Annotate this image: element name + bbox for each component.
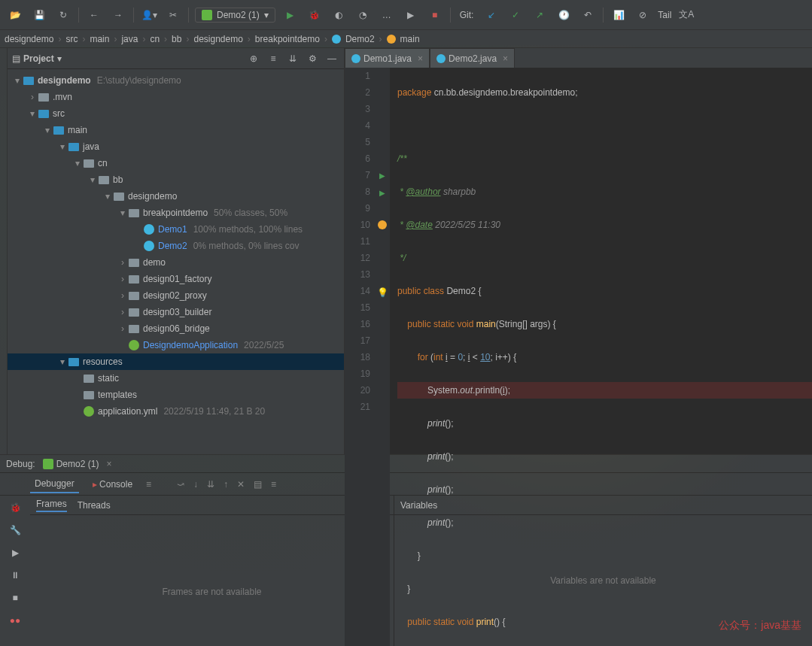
chevron-down-icon[interactable]: ▾ [57,53,62,64]
breadcrumb-item[interactable]: cn [150,34,160,44]
back-icon[interactable]: ← [85,6,103,24]
breadcrumb-item[interactable]: main [400,34,420,44]
java-icon [202,10,212,20]
attach-icon[interactable]: … [378,6,396,24]
breakpoint-icon[interactable] [378,220,387,229]
run-config-selector[interactable]: Demo2 (1) ▾ [195,8,275,23]
layout-icon[interactable]: ≡ [146,479,151,490]
pause-icon[interactable]: ⏸ [8,568,23,583]
tree-meta: E:\study\designdemo [97,75,181,86]
hide-icon[interactable]: — [324,51,339,66]
breadcrumb-bar: designdemo› src› main› java› cn› bb› des… [0,30,812,48]
tree-meta: 100% methods, 100% lines [193,224,303,235]
bulb-icon[interactable]: 💡 [377,287,388,298]
watermark: 公众号：java基基 [719,619,801,632]
git-update-icon[interactable]: ↙ [482,6,500,24]
resume-icon[interactable]: ▶ [8,545,23,560]
chart-icon[interactable]: 📊 [610,6,628,24]
tree-label: design06_bridge [143,323,210,334]
line-numbers: 123456789101112131415161718192021 [345,68,375,646]
stop2-icon[interactable]: ■ [426,6,444,24]
modify-icon[interactable]: 🔧 [8,523,23,538]
debugger-tab[interactable]: Debugger [30,475,79,493]
console-tab[interactable]: ▸ Console [88,476,137,493]
tree-label: DesigndemoApplication [143,340,238,350]
step-over-icon[interactable]: ⤻ [177,479,184,490]
select-opened-icon[interactable]: ⊕ [246,51,261,66]
debug-config[interactable]: Demo2 (1) [43,459,99,469]
project-panel: ▤ Project ▾ ⊕ ≡ ⇊ ⚙ — ▾designdemoE:\stud… [8,48,345,454]
tree-label: demo [143,257,166,268]
project-title: Project [23,53,54,64]
tree-label: Demo1 [158,224,187,235]
run-gutter-icon[interactable]: ▶ [379,171,385,180]
git-revert-icon[interactable]: ↶ [579,6,597,24]
save-icon[interactable]: 💾 [30,6,48,24]
run-gutter-icon[interactable]: ▶ [379,189,385,197]
scissors-icon[interactable]: ✂ [164,6,182,24]
tree-label: src [53,108,65,119]
close-icon[interactable]: × [106,459,111,469]
rerun-icon[interactable]: 🐞 [8,500,23,515]
breadcrumb-item[interactable]: java [121,34,138,44]
tree-label: templates [98,390,137,400]
gutter-icons[interactable]: ▶▶💡 [375,68,390,646]
tab-label: Demo2.java [449,53,497,64]
user-icon[interactable]: 👤▾ [140,6,158,24]
git-history-icon[interactable]: 🕐 [555,6,573,24]
stop-icon[interactable]: ■ [8,590,23,605]
step-into-icon[interactable]: ↓ [193,479,198,490]
step-out-icon[interactable]: ↑ [224,479,228,490]
breadcrumb-item[interactable]: src [65,34,78,44]
tree-label: application.yml [98,406,157,417]
tree-label: bb [113,174,123,185]
debug-icon[interactable]: 🐞 [306,6,324,24]
force-step-icon[interactable]: ⇊ [207,479,214,490]
breadcrumb-item[interactable]: main [90,34,109,44]
editor-tab[interactable]: Demo2.java× [430,48,515,68]
left-gutter [0,48,8,454]
tree-meta: 2022/5/19 11:49, 21 B 20 [163,406,265,417]
eval-icon[interactable]: ▤ [254,479,262,490]
close-icon[interactable]: × [418,53,423,64]
threads-tab[interactable]: Threads [78,500,111,511]
settings-icon[interactable]: ⚙ [305,51,320,66]
tree-label: design03_builder [143,307,211,317]
code-body[interactable]: package cn.bb.designdemo.breakpointdemo;… [390,68,812,646]
view-bp-icon[interactable]: ●● [8,613,23,628]
breadcrumb-item[interactable]: designdemo [5,34,53,44]
forward-icon[interactable]: → [109,6,127,24]
editor-tab[interactable]: Demo1.java× [345,48,430,68]
coverage-icon[interactable]: ◐ [330,6,348,24]
tree-meta: 2022/5/25 [244,340,284,350]
profile-icon[interactable]: ◔ [354,6,372,24]
translate-icon[interactable]: 文A [677,6,695,24]
close-icon[interactable]: × [503,53,508,64]
java-icon [351,54,360,63]
project-tree[interactable]: ▾designdemoE:\study\designdemo ›.mvn ▾sr… [8,69,344,454]
breadcrumb-item[interactable]: Demo2 [345,34,375,44]
stop-icon[interactable]: ▶ [402,6,420,24]
expand-icon[interactable]: ≡ [266,51,281,66]
tree-label: java [83,141,99,152]
editor: Demo1.java× Demo2.java× 1234567891011121… [345,48,812,454]
more-icon[interactable]: ≡ [271,479,276,490]
tree-label: design02_proxy [143,290,207,301]
run-icon[interactable]: ▶ [281,6,300,24]
frames-tab[interactable]: Frames [36,499,67,512]
drop-frame-icon[interactable]: ✕ [237,479,245,490]
tree-label: resources [83,356,123,367]
refresh-icon[interactable]: ↻ [54,6,72,24]
git-commit-icon[interactable]: ✓ [506,6,525,24]
method-icon [387,35,396,44]
breadcrumb-item[interactable]: bb [172,34,181,44]
frames-panel: Frames Threads ↑ ↓ ▼ ▾ Frames are not av… [30,496,394,646]
block-icon[interactable]: ⊘ [634,6,652,24]
breadcrumb-item[interactable]: designdemo [193,34,242,44]
collapse-icon[interactable]: ⇊ [285,51,300,66]
git-label: Git: [460,10,474,20]
git-push-icon[interactable]: ↗ [531,6,549,24]
tree-label: .mvn [53,92,72,102]
breadcrumb-item[interactable]: breakpointdemo [255,34,320,44]
open-icon[interactable]: 📂 [6,6,24,24]
